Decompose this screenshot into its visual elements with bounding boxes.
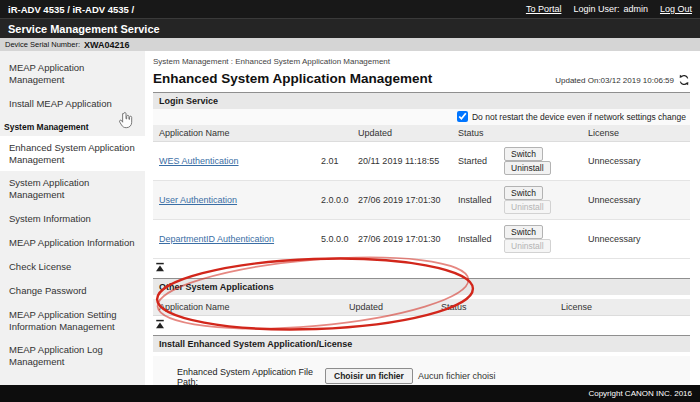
app-updated: 27/06 2019 17:01:30: [352, 181, 452, 220]
page-title: Enhanced System Application Management: [153, 71, 432, 86]
col-status: Status: [452, 125, 498, 142]
col-application-name: Application Name: [153, 125, 352, 142]
table-header-row: Application Name Updated Status License: [153, 125, 690, 142]
updated-on-text: Updated On:03/12 2019 10:06:59: [555, 76, 674, 85]
refresh-icon[interactable]: [678, 74, 690, 86]
app-name-link[interactable]: DepartmentID Authentication: [159, 234, 274, 244]
section-other-system-applications: Other System Applications: [153, 278, 690, 295]
sidebar-item-system-application-management[interactable]: System Application Management: [0, 171, 145, 207]
app-version: 5.0.0.0: [315, 220, 352, 259]
sidebar-item-change-password[interactable]: Change Password: [0, 279, 145, 303]
app-status: Installed: [452, 220, 498, 259]
section-login-service: Login Service: [153, 92, 690, 109]
login-service-table: Application Name Updated Status License …: [153, 125, 690, 259]
login-user-label: Login User:: [573, 4, 619, 14]
serial-label: Device Serial Number:: [5, 40, 80, 49]
serial-bar: Device Serial Number: XWA04216: [0, 38, 700, 51]
sidebar-item-meap-application-information[interactable]: MEAP Application Information: [0, 231, 145, 255]
footer-bar: Copyright CANON INC. 2016: [0, 385, 700, 402]
col-updated: Updated: [352, 125, 452, 142]
page: iR-ADV 4535 / iR-ADV 4535 / To Portal Lo…: [0, 0, 700, 402]
app-title-bar: Service Management Service: [0, 18, 700, 38]
app-name-link[interactable]: WES Authentication: [159, 156, 239, 166]
app-version: 2.01: [315, 142, 352, 181]
table-header-row: Application Name Updated Status License: [153, 299, 690, 316]
copyright: Copyright CANON INC. 2016: [588, 389, 692, 398]
page-top-icon[interactable]: [155, 319, 165, 329]
sidebar-item-meap-application-setting-information-management[interactable]: MEAP Application Setting Information Man…: [0, 303, 145, 339]
col-updated: Updated: [343, 299, 435, 316]
main-content: System Management : Enhanced System Appl…: [145, 51, 700, 385]
sidebar: MEAP Application Management Install MEAP…: [0, 51, 145, 385]
app-updated: 20/11 2019 11:18:55: [352, 142, 452, 181]
esa-file-path-label: Enhanced System Application File Path:: [153, 364, 325, 387]
app-license: Unnecessary: [582, 220, 690, 259]
col-status: Status: [435, 299, 555, 316]
app-name-link[interactable]: User Authentication: [159, 195, 237, 205]
sidebar-section-system-management: System Management: [0, 116, 145, 136]
login-user: Login User: admin: [573, 4, 648, 14]
uninstall-button[interactable]: Uninstall: [504, 161, 551, 175]
uninstall-button: Uninstall: [504, 239, 551, 253]
sidebar-item-meap-application-log-management[interactable]: MEAP Application Log Management: [0, 338, 145, 374]
sidebar-item-install-meap-application[interactable]: Install MEAP Application: [0, 92, 145, 116]
log-out-link[interactable]: Log Out: [660, 4, 692, 14]
sidebar-item-meap-application-management[interactable]: MEAP Application Management: [0, 56, 145, 92]
app-updated: 27/06 2019 17:01:30: [352, 220, 452, 259]
restart-checkbox-row: Do not restart the device even if networ…: [153, 109, 690, 125]
esa-file-choose-button[interactable]: Choisir un fichier: [325, 368, 413, 384]
sidebar-item-system-information[interactable]: System Information: [0, 207, 145, 231]
app-status: Installed: [452, 181, 498, 220]
app-status: Started: [452, 142, 498, 181]
to-portal-link[interactable]: To Portal: [526, 4, 562, 14]
app-version: 2.0.0.0: [315, 181, 352, 220]
do-not-restart-checkbox[interactable]: [457, 111, 468, 122]
do-not-restart-label: Do not restart the device even if networ…: [472, 112, 686, 122]
col-license: License: [582, 125, 690, 142]
section-install-enhanced-system-application-license: Install Enhanced System Application/Lice…: [153, 335, 690, 352]
switch-button[interactable]: Switch: [504, 225, 543, 239]
switch-button[interactable]: Switch: [504, 147, 543, 161]
app-license: Unnecessary: [582, 181, 690, 220]
device-title: iR-ADV 4535 / iR-ADV 4535 /: [8, 4, 134, 15]
sidebar-item-check-license[interactable]: Check License: [0, 255, 145, 279]
col-application-name: Application Name: [153, 299, 343, 316]
col-license: License: [555, 299, 690, 316]
page-top-icon[interactable]: [155, 262, 165, 272]
breadcrumb: System Management : Enhanced System Appl…: [153, 57, 690, 66]
esa-file-note: Aucun fichier choisi: [418, 371, 496, 381]
col-actions: [498, 125, 582, 142]
table-row: DepartmentID Authentication 5.0.0.0 27/0…: [153, 220, 690, 259]
app-title: Service Management Service: [8, 23, 160, 35]
other-applications-table: Application Name Updated Status License: [153, 299, 690, 316]
uninstall-button: Uninstall: [504, 200, 551, 214]
switch-button[interactable]: Switch: [504, 186, 543, 200]
sidebar-item-enhanced-system-application-management[interactable]: Enhanced System Application Management: [0, 136, 145, 172]
serial-value: XWA04216: [84, 40, 130, 50]
login-user-value: admin: [623, 4, 648, 14]
top-bar: iR-ADV 4535 / iR-ADV 4535 / To Portal Lo…: [0, 0, 700, 18]
table-row: WES Authentication 2.01 20/11 2019 11:18…: [153, 142, 690, 181]
app-license: Unnecessary: [582, 142, 690, 181]
table-row: User Authentication 2.0.0.0 27/06 2019 1…: [153, 181, 690, 220]
